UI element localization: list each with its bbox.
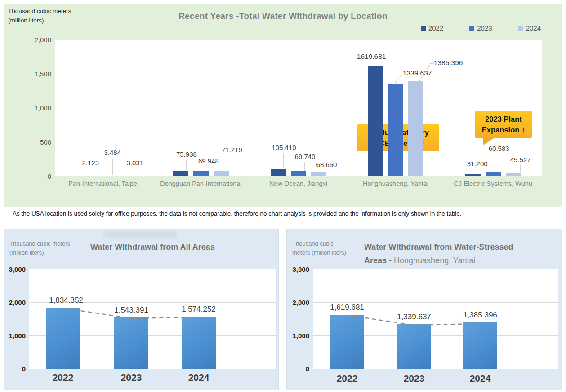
bar-value-label: 68.650	[300, 161, 354, 168]
y-axis-tick: 3,000	[289, 265, 309, 273]
chart-title-location: Honghuasheng, Yantai	[394, 256, 476, 265]
legend-label: 2022	[428, 24, 443, 32]
y-axis-tick: 2,000	[289, 299, 309, 306]
bar-value-label: 1619.681	[344, 53, 398, 61]
bar-value-label: 60.583	[472, 145, 526, 152]
x-axis-category-label: New Ocean, Jiangxi	[247, 180, 350, 187]
gridline	[55, 74, 542, 74]
chart-title-bold-line2: Areas -	[364, 256, 392, 265]
bar-2024-5	[506, 173, 521, 176]
bar-2022-1	[76, 176, 91, 176]
gridline	[313, 269, 558, 269]
bar-2024	[463, 322, 497, 369]
bar-2023-2	[193, 171, 209, 176]
legend-label: 2024	[526, 24, 541, 32]
chart-title: Water Withdrawal from All Areas	[90, 240, 215, 254]
x-axis-category-label: Pan-International, Taipei	[52, 180, 155, 187]
usa-location-note: As the USA location is used solely for o…	[13, 210, 561, 217]
gridline	[313, 369, 558, 369]
x-axis-category-label: 2023	[102, 372, 160, 383]
bar-2024-2	[214, 171, 229, 176]
gridline	[55, 108, 542, 108]
faded-artifact	[104, 231, 177, 238]
bar-value-label: 1,339.637	[380, 313, 448, 322]
bar-2024-1	[116, 176, 131, 176]
y-axis-tick: 0	[289, 365, 309, 373]
x-axis-category-label: 2024	[169, 372, 228, 383]
x-axis-category-label: 2023	[385, 373, 443, 384]
y-axis-tick: 1,000	[24, 104, 51, 112]
legend-swatch-2022	[421, 26, 426, 31]
bar-2022-4	[368, 66, 383, 176]
x-axis-category-label: 2022	[318, 373, 376, 384]
y-axis-unit-line2: meters (million liters)	[292, 248, 346, 257]
x-axis-category-label: 2024	[451, 373, 509, 384]
chart-title: Recent Years -Total Water Withdrawal by …	[4, 11, 562, 21]
y-axis-tick: 1,000	[5, 332, 26, 339]
chart-panel-water-stressed: Thousand cubic meters (million liters) W…	[286, 229, 562, 390]
bar-value-label: 1339.637	[390, 69, 444, 77]
bar-2022-3	[271, 169, 286, 176]
y-axis-unit-line2: (million liters)	[9, 248, 70, 257]
bar-value-label: 105.410	[257, 144, 311, 151]
bar-value-label: 71.219	[205, 146, 259, 154]
bar-2023	[114, 317, 148, 369]
x-axis-category-label: CJ Electric Systems, Wuhu	[441, 180, 545, 187]
bar-value-label: 1,834.352	[32, 296, 100, 305]
chart-panel-all-areas: Thousand cubic meters (million liters) W…	[4, 229, 279, 390]
bar-2022-2	[173, 171, 188, 176]
bar-2022	[330, 315, 364, 369]
bar-value-label: 1,385.396	[446, 311, 514, 320]
legend-item-2022: 2022	[421, 24, 443, 32]
bar-value-label: 1385.396	[421, 59, 475, 67]
y-axis-tick: 2,000	[24, 36, 51, 44]
gridline	[55, 142, 542, 142]
x-axis-category-label: 2022	[34, 372, 92, 383]
legend-label: 2023	[477, 24, 492, 32]
y-axis-unit-label: Thousand cubic meters (million liters)	[9, 239, 70, 257]
x-axis-category-label: Dongguan Pan-International	[149, 180, 253, 187]
bar-2023-1	[96, 176, 111, 176]
y-axis-tick: 3,000	[5, 265, 26, 273]
bar-2024	[182, 317, 216, 369]
bar-value-label: 69.948	[182, 157, 236, 165]
gridline	[55, 176, 542, 176]
bar-value-label: 3.031	[108, 159, 162, 167]
chart-title-bold-line1: Water Withdrawal from Water-Stressed	[364, 242, 513, 251]
legend-item-2024: 2024	[518, 24, 541, 32]
bar-2024-3	[311, 172, 326, 176]
bar-value-label: 69.740	[278, 153, 332, 160]
chart-title: Water Withdrawal from Water-Stressed Are…	[364, 240, 513, 267]
x-axis-category-label: Honghuasheng, Yantai	[344, 180, 447, 187]
y-axis-unit-line1: Thousand cubic	[292, 239, 346, 248]
legend-swatch-2023	[469, 26, 474, 31]
page: { "note": "As the USA location is used s…	[0, 0, 566, 392]
legend: 202220232024	[421, 24, 541, 32]
y-axis-tick: 500	[24, 138, 51, 146]
y-axis-tick: 2,000	[5, 299, 26, 306]
gridline	[29, 369, 276, 369]
legend-swatch-2024	[518, 26, 523, 31]
chart-panel-total-by-location: Thousand cubic meters (million liters) R…	[4, 4, 562, 207]
bar-value-label: 1,619.681	[313, 303, 381, 312]
gridline	[55, 40, 542, 40]
gridline	[29, 269, 276, 269]
y-axis-tick: 0	[5, 365, 26, 373]
bar-2023-5	[486, 172, 501, 176]
bar-value-label: 45.527	[494, 156, 548, 163]
bar-2023-3	[291, 171, 306, 176]
legend-item-2023: 2023	[469, 24, 492, 32]
bar-2023	[397, 324, 431, 369]
bar-2024-4	[408, 81, 423, 176]
bar-2022-5	[465, 174, 481, 176]
bar-value-label: 1,574.252	[165, 305, 232, 314]
annotation-plant-expansion: 2023 Plant Expansion ↑	[475, 111, 532, 138]
bar-value-label: 1,543.391	[98, 306, 165, 315]
y-axis-tick: 1,500	[24, 70, 51, 78]
bar-2023-4	[388, 84, 403, 176]
y-axis-unit-label: Thousand cubic meters (million liters)	[292, 239, 346, 257]
bar-value-label: 3.484	[85, 149, 139, 156]
y-axis-tick: 0	[24, 172, 51, 180]
gridline	[313, 302, 558, 303]
y-axis-unit-line1: Thousand cubic meters	[9, 239, 70, 248]
